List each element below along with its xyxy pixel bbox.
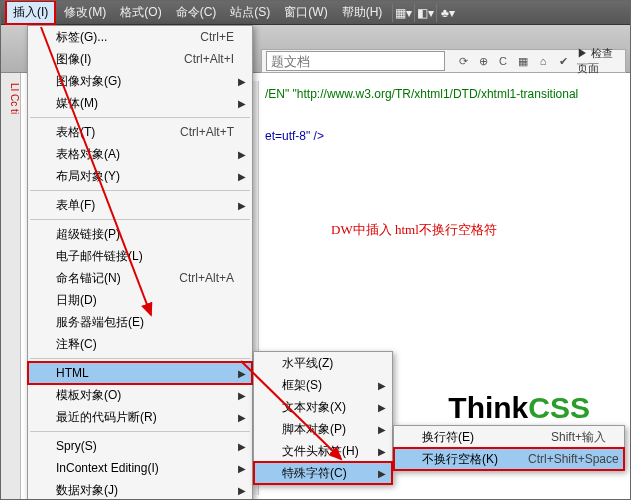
menu-item[interactable]: 不换行空格(K)Ctrl+Shift+Space bbox=[394, 448, 624, 470]
menu-item[interactable]: 命名锚记(N)Ctrl+Alt+A bbox=[28, 267, 252, 289]
chevron-right-icon: ▶ bbox=[238, 390, 246, 401]
left-gutter: LI Cc ti bbox=[1, 73, 21, 499]
chevron-right-icon: ▶ bbox=[238, 368, 246, 379]
menubar: 插入(I) 修改(M) 格式(O) 命令(C) 站点(S) 窗口(W) 帮助(H… bbox=[1, 1, 630, 25]
annotation-text: DW中插入 html不换行空格符 bbox=[331, 221, 497, 239]
opts-icon[interactable]: ⌂ bbox=[535, 55, 551, 68]
menu-item[interactable]: 脚本对象(P)▶ bbox=[254, 418, 392, 440]
chevron-right-icon: ▶ bbox=[378, 380, 386, 391]
menu-site[interactable]: 站点(S) bbox=[224, 2, 276, 23]
chevron-right-icon: ▶ bbox=[378, 446, 386, 457]
html-submenu: 水平线(Z)框架(S)▶文本对象(X)▶脚本对象(P)▶文件头标签(H)▶特殊字… bbox=[253, 351, 393, 485]
menu-window[interactable]: 窗口(W) bbox=[278, 2, 333, 23]
chevron-right-icon: ▶ bbox=[238, 441, 246, 452]
menu-item[interactable]: HTML▶ bbox=[28, 362, 252, 384]
menu-item[interactable]: 表格对象(A)▶ bbox=[28, 143, 252, 165]
layout-icon[interactable]: ▦▾ bbox=[392, 4, 410, 22]
chevron-right-icon: ▶ bbox=[238, 76, 246, 87]
menu-item[interactable]: 布局对象(Y)▶ bbox=[28, 165, 252, 187]
menu-item[interactable]: 换行符(E)Shift+输入 bbox=[394, 426, 624, 448]
menu-item[interactable]: 特殊字符(C)▶ bbox=[254, 462, 392, 484]
refresh-icon[interactable]: C bbox=[495, 55, 511, 68]
menu-item[interactable]: 图像对象(G)▶ bbox=[28, 70, 252, 92]
chevron-right-icon: ▶ bbox=[238, 98, 246, 109]
menu-item[interactable]: 模板对象(O)▶ bbox=[28, 384, 252, 406]
menu-item[interactable]: 媒体(M)▶ bbox=[28, 92, 252, 114]
panel-icon[interactable]: ◧▾ bbox=[414, 4, 432, 22]
menu-item[interactable]: 超级链接(P) bbox=[28, 223, 252, 245]
menu-item[interactable]: 最近的代码片断(R)▶ bbox=[28, 406, 252, 428]
chevron-right-icon: ▶ bbox=[378, 402, 386, 413]
menu-item[interactable]: 表格(T)Ctrl+Alt+T bbox=[28, 121, 252, 143]
check-icon[interactable]: ✔ bbox=[555, 55, 571, 68]
menu-item[interactable]: 电子邮件链接(L) bbox=[28, 245, 252, 267]
menu-format[interactable]: 格式(O) bbox=[114, 2, 167, 23]
menu-item[interactable]: 数据对象(J)▶ bbox=[28, 479, 252, 500]
menu-item[interactable]: 文件头标签(H)▶ bbox=[254, 440, 392, 462]
globe-icon[interactable]: ⊕ bbox=[475, 55, 491, 68]
menu-item[interactable]: 图像(I)Ctrl+Alt+I bbox=[28, 48, 252, 70]
tools-icon[interactable]: ♣▾ bbox=[436, 4, 454, 22]
view-icon[interactable]: ▦ bbox=[515, 55, 531, 68]
chevron-right-icon: ▶ bbox=[238, 485, 246, 496]
menu-modify[interactable]: 修改(M) bbox=[58, 2, 112, 23]
menu-item[interactable]: 框架(S)▶ bbox=[254, 374, 392, 396]
menu-item[interactable]: 注释(C) bbox=[28, 333, 252, 355]
menu-item[interactable]: 标签(G)...Ctrl+E bbox=[28, 26, 252, 48]
chevron-right-icon: ▶ bbox=[238, 200, 246, 211]
menu-item[interactable]: Spry(S)▶ bbox=[28, 435, 252, 457]
chevron-right-icon: ▶ bbox=[238, 149, 246, 160]
special-char-submenu: 换行符(E)Shift+输入不换行空格(K)Ctrl+Shift+Space bbox=[393, 425, 625, 471]
menu-item[interactable]: 文本对象(X)▶ bbox=[254, 396, 392, 418]
check-page[interactable]: ▶ 检查页面 bbox=[577, 46, 625, 76]
menu-command[interactable]: 命令(C) bbox=[170, 2, 223, 23]
chevron-right-icon: ▶ bbox=[378, 468, 386, 479]
address-bar: ⟳ ⊕ C ▦ ⌂ ✔ ▶ 检查页面 bbox=[261, 49, 626, 73]
menu-item[interactable]: 水平线(Z) bbox=[254, 352, 392, 374]
chevron-right-icon: ▶ bbox=[378, 424, 386, 435]
title-input[interactable] bbox=[266, 51, 445, 71]
nav-icon[interactable]: ⟳ bbox=[455, 55, 471, 68]
menu-item[interactable]: 表单(F)▶ bbox=[28, 194, 252, 216]
menu-item[interactable]: 服务器端包括(E) bbox=[28, 311, 252, 333]
menu-item[interactable]: InContext Editing(I)▶ bbox=[28, 457, 252, 479]
menu-help[interactable]: 帮助(H) bbox=[336, 2, 389, 23]
chevron-right-icon: ▶ bbox=[238, 171, 246, 182]
addr-icons: ⟳ ⊕ C ▦ ⌂ ✔ bbox=[449, 55, 577, 68]
chevron-right-icon: ▶ bbox=[238, 463, 246, 474]
chevron-right-icon: ▶ bbox=[238, 412, 246, 423]
menu-item[interactable]: 日期(D) bbox=[28, 289, 252, 311]
insert-menu: 标签(G)...Ctrl+E图像(I)Ctrl+Alt+I图像对象(G)▶媒体(… bbox=[27, 25, 253, 500]
menu-insert[interactable]: 插入(I) bbox=[5, 0, 56, 25]
